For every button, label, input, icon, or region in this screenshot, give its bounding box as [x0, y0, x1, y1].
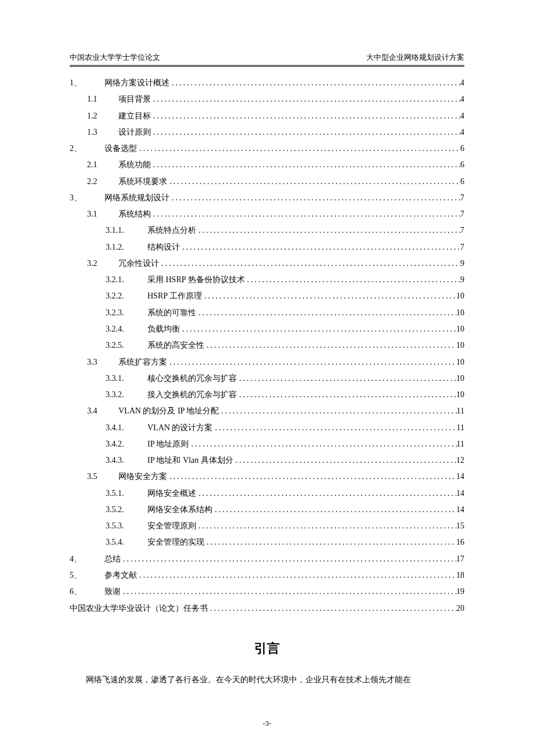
toc-number: 3.4 [87, 403, 118, 419]
toc-page: 4 [460, 91, 464, 107]
toc-page: 9 [460, 272, 464, 288]
toc-title: 系统扩容方案 [118, 354, 167, 370]
toc-number: 1.3 [87, 124, 118, 141]
toc-entry: 3.3.2.接入交换机的冗余与扩容10 [70, 387, 464, 403]
toc-number: 3.2.3. [106, 305, 147, 321]
toc-entry: 3.2.5.系统的高安全性10 [70, 337, 464, 354]
toc-page: 10 [456, 387, 464, 403]
toc-number: 3.2.2. [106, 288, 147, 304]
toc-leader-dots [137, 567, 456, 584]
toc-number: 3.5.1. [106, 485, 147, 502]
toc-leader-dots [180, 321, 456, 337]
toc-title: 致谢 [104, 584, 121, 600]
toc-title: VLAN 的设计方案 [147, 420, 212, 436]
toc-number: 3.1.2. [106, 239, 147, 255]
toc-title: IP 地址和 Vlan 具体划分 [147, 452, 233, 469]
toc-entry: 5、参考文献18 [70, 567, 464, 584]
toc-page: 10 [456, 321, 464, 337]
toc-entry: 3.2.2.HSRP 工作原理10 [70, 288, 464, 304]
toc-entry: 2.1系统功能6 [70, 157, 464, 173]
toc-leader-dots [180, 239, 460, 255]
toc-page: 10 [456, 370, 464, 387]
toc-number: 3.4.1. [106, 420, 147, 436]
header-left: 中国农业大学学士学位论文 [70, 52, 160, 63]
toc-leader-dots [151, 108, 460, 124]
toc-entry: 3.4.2.IP 地址原则11 [70, 436, 464, 452]
toc-page: 11 [457, 420, 464, 436]
toc-number: 2、 [70, 141, 104, 157]
toc-entry: 3.5.3.安全管理原则15 [70, 518, 464, 534]
toc-entry: 1.1项目背景4 [70, 91, 464, 107]
toc-number: 3.3.1. [106, 370, 147, 387]
toc-leader-dots [196, 222, 460, 239]
toc-page: 10 [456, 337, 464, 354]
toc-number: 3.2.1. [106, 272, 147, 288]
toc-page: 11 [457, 403, 464, 419]
toc-title: IP 地址原则 [147, 436, 189, 452]
toc-leader-dots [204, 337, 456, 354]
toc-number: 3.1.1. [106, 222, 147, 239]
toc-page: 16 [456, 534, 464, 550]
toc-leader-dots [208, 600, 456, 617]
toc-page: 4 [460, 124, 464, 141]
toc-number: 3.4.2. [106, 436, 147, 452]
table-of-contents: 1、网络方案设计概述41.1项目背景41.2建立目标41.3设计原则42、设备选… [70, 75, 464, 617]
toc-number: 3.1 [87, 206, 118, 222]
toc-entry: 3.4.1.VLAN 的设计方案11 [70, 420, 464, 436]
toc-title: 网络安全概述 [147, 485, 196, 502]
toc-title: 系统的高安全性 [147, 337, 204, 354]
toc-page: 10 [456, 354, 464, 370]
toc-entry: 3.2.4.负载均衡10 [70, 321, 464, 337]
toc-number: 3.3.2. [106, 387, 147, 403]
toc-leader-dots [196, 305, 456, 321]
toc-page: 10 [456, 305, 464, 321]
toc-title: 系统的可靠性 [147, 305, 196, 321]
toc-title: 系统功能 [118, 157, 151, 173]
toc-leader-dots [245, 272, 460, 288]
toc-title: 建立目标 [118, 108, 151, 124]
toc-title: HSRP 工作原理 [147, 288, 202, 304]
toc-number: 1.1 [87, 91, 118, 107]
toc-leader-dots [204, 534, 456, 550]
toc-entry: 6、致谢19 [70, 584, 464, 600]
toc-number: 4、 [70, 551, 104, 567]
toc-number: 3.5.2. [106, 502, 147, 518]
toc-page: 6 [460, 141, 464, 157]
toc-number: 5、 [70, 567, 104, 584]
toc-number: 3.5 [87, 469, 118, 485]
toc-page: 12 [456, 452, 464, 469]
toc-entry: 1.3设计原则4 [70, 124, 464, 141]
toc-entry: 2.2系统环境要求6 [70, 174, 464, 190]
toc-page: 10 [456, 288, 464, 304]
toc-title: 项目背景 [118, 91, 151, 107]
toc-title: 负载均衡 [147, 321, 180, 337]
toc-entry: 1、网络方案设计概述4 [70, 75, 464, 91]
toc-leader-dots [167, 174, 460, 190]
toc-number: 3.2 [87, 255, 118, 272]
toc-title: VLAN 的划分及 IP 地址分配 [118, 403, 219, 419]
toc-entry: 3.2冗余性设计9 [70, 255, 464, 272]
toc-entry: 中国农业大学毕业设计（论文）任务书20 [70, 600, 464, 617]
running-header: 中国农业大学学士学位论文 大中型企业网络规划设计方案 [70, 52, 464, 67]
toc-leader-dots [167, 469, 456, 485]
toc-entry: 2、设备选型6 [70, 141, 464, 157]
intro-paragraph: 网络飞速的发展，渗透了各行各业。在今天的时代大环境中，企业只有在技术上领先才能在 [70, 672, 464, 688]
toc-leader-dots [151, 157, 460, 173]
toc-page: 4 [460, 108, 464, 124]
toc-entry: 3.2.1.采用 HSRP 热备份协议技术9 [70, 272, 464, 288]
toc-leader-dots [196, 518, 456, 534]
toc-number: 6、 [70, 584, 104, 600]
toc-page: 19 [456, 584, 464, 600]
intro-heading: 引言 [70, 640, 464, 657]
toc-leader-dots [189, 436, 456, 452]
toc-entry: 3、网络系统规划设计7 [70, 190, 464, 206]
toc-title: 网络方案设计概述 [104, 75, 169, 91]
toc-title: 安全管理原则 [147, 518, 196, 534]
toc-leader-dots [121, 584, 456, 600]
toc-leader-dots [196, 485, 456, 502]
toc-entry: 3.1.1.系统特点分析7 [70, 222, 464, 239]
toc-leader-dots [137, 141, 460, 157]
toc-leader-dots [233, 452, 456, 469]
toc-entry: 1.2建立目标4 [70, 108, 464, 124]
toc-leader-dots [169, 190, 460, 206]
